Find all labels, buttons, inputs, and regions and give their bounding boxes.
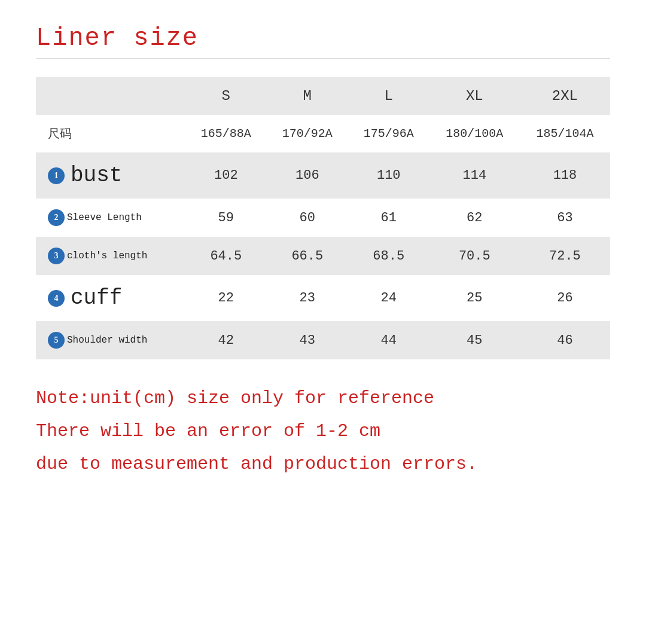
- size-table: S M L XL 2XL 尺码165/88A170/92A175/96A180/…: [36, 77, 610, 359]
- header-col-xl: XL: [429, 77, 520, 115]
- row-4-col-0: 42: [185, 321, 267, 359]
- row-2-col-4: 72.5: [520, 237, 610, 275]
- uom-cell-2: 170/92A: [267, 115, 348, 152]
- row-label-cell-4: 5Shoulder width: [36, 321, 185, 359]
- note-line-0: Note:unit(cm) size only for reference: [36, 383, 610, 414]
- row-3-col-3: 25: [429, 275, 520, 321]
- row-3-col-1: 23: [267, 275, 348, 321]
- row-0-col-0: 102: [185, 152, 267, 199]
- page-title: Liner size: [36, 24, 610, 53]
- table-row: 5Shoulder width4243444546: [36, 321, 610, 359]
- row-label-large-0: bust: [71, 163, 122, 188]
- row-4-col-2: 44: [348, 321, 429, 359]
- row-1-col-2: 61: [348, 199, 429, 237]
- row-2-col-3: 70.5: [429, 237, 520, 275]
- row-1-col-4: 63: [520, 199, 610, 237]
- uom-cell-5: 185/104A: [520, 115, 610, 152]
- uom-cell-3: 175/96A: [348, 115, 429, 152]
- header-col-l: L: [348, 77, 429, 115]
- header-col-s: S: [185, 77, 267, 115]
- row-1-col-3: 62: [429, 199, 520, 237]
- row-0-col-4: 118: [520, 152, 610, 199]
- table-row: 2Sleeve Length5960616263: [36, 199, 610, 237]
- header-col-2xl: 2XL: [520, 77, 610, 115]
- row-3-col-4: 26: [520, 275, 610, 321]
- row-number-3: 4: [48, 290, 65, 307]
- header-col0: [36, 77, 185, 115]
- row-label-cell-1: 2Sleeve Length: [36, 199, 185, 237]
- row-label-cell-3: 4cuff: [36, 275, 185, 321]
- note-line-2: due to measurement and production errors…: [36, 449, 610, 480]
- row-3-col-0: 22: [185, 275, 267, 321]
- uom-cell-4: 180/100A: [429, 115, 520, 152]
- table-row: 4cuff2223242526: [36, 275, 610, 321]
- table-row: 3cloth's length64.566.568.570.572.5: [36, 237, 610, 275]
- row-label-cell-2: 3cloth's length: [36, 237, 185, 275]
- row-label-large-3: cuff: [71, 286, 122, 310]
- note-line-1: There will be an error of 1-2 cm: [36, 416, 610, 447]
- row-2-col-2: 68.5: [348, 237, 429, 275]
- row-0-col-2: 110: [348, 152, 429, 199]
- uom-row: 尺码165/88A170/92A175/96A180/100A185/104A: [36, 115, 610, 152]
- uom-cell-0: 尺码: [36, 115, 185, 152]
- title-divider: [36, 59, 610, 59]
- notes-section: Note:unit(cm) size only for referenceThe…: [36, 383, 610, 480]
- row-3-col-2: 24: [348, 275, 429, 321]
- row-2-col-1: 66.5: [267, 237, 348, 275]
- uom-cell-1: 165/88A: [185, 115, 267, 152]
- table-row: 1bust102106110114118: [36, 152, 610, 199]
- row-label-small-2: cloth's length: [67, 251, 147, 261]
- row-4-col-3: 45: [429, 321, 520, 359]
- row-number-1: 2: [48, 209, 65, 226]
- header-col-m: M: [267, 77, 348, 115]
- row-2-col-0: 64.5: [185, 237, 267, 275]
- row-0-col-3: 114: [429, 152, 520, 199]
- table-header-row: S M L XL 2XL: [36, 77, 610, 115]
- row-4-col-4: 46: [520, 321, 610, 359]
- row-number-2: 3: [48, 248, 65, 264]
- row-number-0: 1: [48, 167, 65, 184]
- row-number-4: 5: [48, 332, 65, 349]
- row-1-col-1: 60: [267, 199, 348, 237]
- row-0-col-1: 106: [267, 152, 348, 199]
- row-1-col-0: 59: [185, 199, 267, 237]
- row-label-small-1: Sleeve Length: [67, 212, 142, 223]
- row-label-small-4: Shoulder width: [67, 335, 147, 346]
- row-4-col-1: 43: [267, 321, 348, 359]
- row-label-cell-0: 1bust: [36, 152, 185, 199]
